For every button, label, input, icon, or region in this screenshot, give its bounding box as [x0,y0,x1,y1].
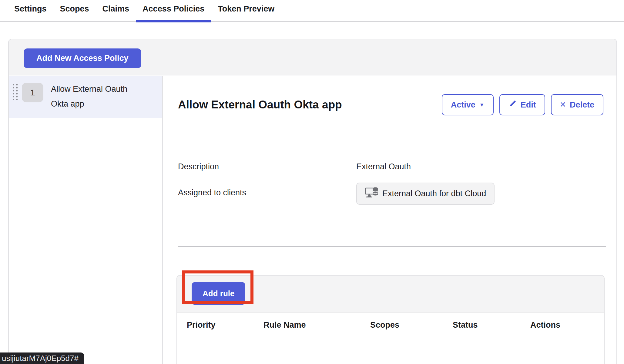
tab-scopes[interactable]: Scopes [53,0,96,22]
chevron-down-icon: ▼ [479,102,485,108]
rules-table-empty-body [177,338,604,364]
description-label: Description [178,162,356,171]
description-value: External Oauth [356,162,411,171]
delete-policy-button[interactable]: × Delete [551,94,603,115]
policy-list-item-selected[interactable]: 1 Allow External Oauth Okta app [9,76,162,118]
policy-detail-panel: Allow External Oauth Okta app Active ▼ E… [163,76,617,364]
column-header-status: Status [453,320,530,330]
rules-table-header: Priority Rule Name Scopes Status Actions [177,313,604,337]
tab-bar: Settings Scopes Claims Access Policies T… [0,0,624,22]
tab-access-policies[interactable]: Access Policies [136,0,211,22]
column-header-scopes: Scopes [370,320,453,330]
active-status-dropdown[interactable]: Active ▼ [442,94,494,115]
client-app-icon [365,187,379,200]
delete-button-label: Delete [570,100,594,110]
access-policies-panel: Add New Access Policy [8,39,617,364]
add-new-access-policy-button[interactable]: Add New Access Policy [24,48,141,68]
column-header-priority: Priority [177,320,263,330]
drag-handle-icon[interactable] [13,84,18,100]
access-policies-page: Settings Scopes Claims Access Policies T… [0,0,624,364]
edit-policy-button[interactable]: Edit [499,94,545,115]
policy-actions: Active ▼ Edit × Delete [442,94,603,115]
policy-priority-badge: 1 [22,83,43,102]
section-divider [178,246,606,247]
assigned-clients-row: Assigned to clients [178,188,603,205]
assigned-clients-label: Assigned to clients [178,188,356,205]
policy-list-item-label: Allow External Oauth Okta app [51,82,142,111]
pencil-icon [508,100,517,110]
panel-toolbar: Add New Access Policy [9,39,616,75]
tab-token-preview[interactable]: Token Preview [211,0,281,22]
policy-title: Allow External Oauth Okta app [178,98,342,111]
active-status-label: Active [451,100,475,110]
tab-settings[interactable]: Settings [8,0,53,22]
rules-toolbar: Add rule [177,276,604,313]
link-preview-tooltip: usijiutarM7Aj0Ep5d7# [0,352,84,364]
policy-list-sidebar: 1 Allow External Oauth Okta app [9,76,163,364]
tab-claims[interactable]: Claims [96,0,136,22]
assigned-client-name: External Oauth for dbt Cloud [382,189,486,198]
add-rule-button[interactable]: Add rule [192,282,245,305]
policy-detail-header: Allow External Oauth Okta app Active ▼ E… [178,94,603,115]
edit-button-label: Edit [521,100,536,110]
column-header-rule-name: Rule Name [263,320,370,330]
description-row: Description External Oauth [178,162,603,171]
rules-section: Add rule Priority Rule Name Scopes Statu… [176,275,605,364]
assigned-client-chip[interactable]: External Oauth for dbt Cloud [356,183,495,205]
close-icon: × [560,99,566,109]
column-header-actions: Actions [530,320,604,330]
